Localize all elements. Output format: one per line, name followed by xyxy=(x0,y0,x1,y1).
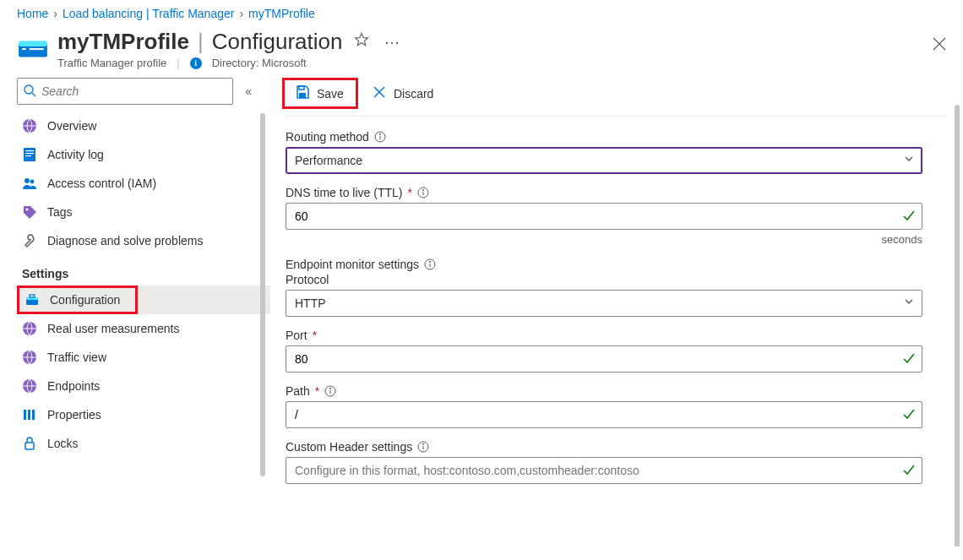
svg-marker-4 xyxy=(356,34,368,46)
globe-icon xyxy=(22,378,37,394)
routing-method-value: Performance xyxy=(295,154,362,167)
svg-point-36 xyxy=(422,189,423,190)
svg-rect-19 xyxy=(30,295,35,297)
save-label: Save xyxy=(317,87,344,101)
svg-point-7 xyxy=(24,85,33,94)
close-button[interactable] xyxy=(933,35,946,55)
sidebar-item-label: Endpoints xyxy=(47,379,100,393)
sidebar-item-endpoints[interactable]: Endpoints xyxy=(17,372,270,400)
sidebar-item-label: Activity log xyxy=(47,148,104,161)
title-separator: | xyxy=(198,29,204,55)
properties-icon xyxy=(22,407,37,422)
svg-point-39 xyxy=(429,261,430,262)
search-input[interactable] xyxy=(17,78,233,105)
field-routing-method: Routing method Performance xyxy=(286,130,922,174)
sidebar-scrollbar[interactable] xyxy=(260,113,265,476)
sidebar-item-traffic-view[interactable]: Traffic view xyxy=(17,343,270,372)
globe-icon xyxy=(22,321,37,336)
endpoint-monitor-label: Endpoint monitor settings xyxy=(286,258,419,271)
main-scrollbar[interactable] xyxy=(955,105,960,546)
discard-button[interactable]: Discard xyxy=(367,83,438,104)
sidebar-item-overview[interactable]: Overview xyxy=(17,111,270,140)
sidebar-item-properties[interactable]: Properties xyxy=(17,400,270,429)
sidebar-item-locks[interactable]: Locks xyxy=(17,429,270,458)
breadcrumb-home[interactable]: Home xyxy=(17,7,48,20)
breadcrumb-profile[interactable]: myTMProfile xyxy=(248,7,315,20)
custom-header-input[interactable] xyxy=(286,457,922,484)
sidebar-item-tags[interactable]: Tags xyxy=(17,198,270,226)
check-icon xyxy=(902,351,916,367)
toolbar: Save Discard xyxy=(286,71,946,117)
protocol-label: Protocol xyxy=(286,273,329,286)
info-icon: i xyxy=(190,57,202,69)
sidebar-item-diagnose[interactable]: Diagnose and solve problems xyxy=(17,226,270,255)
discard-icon xyxy=(372,84,387,102)
routing-method-label: Routing method xyxy=(286,130,369,144)
sidebar-item-label: Diagnose and solve problems xyxy=(47,234,203,247)
info-icon[interactable] xyxy=(424,258,436,270)
check-icon xyxy=(902,407,916,423)
globe-icon xyxy=(22,118,37,133)
breadcrumb: Home › Load balancing | Traffic Manager … xyxy=(0,0,963,20)
wrench-icon xyxy=(22,233,37,248)
protocol-select[interactable]: HTTP xyxy=(286,290,922,317)
port-label: Port xyxy=(286,329,307,342)
chevron-down-icon xyxy=(904,296,914,309)
path-input[interactable] xyxy=(286,401,922,428)
favorite-button[interactable] xyxy=(351,29,373,55)
search-icon xyxy=(23,84,36,100)
sidebar-item-access-control[interactable]: Access control (IAM) xyxy=(17,169,270,198)
page-section-title: Configuration xyxy=(212,29,343,55)
required-indicator: * xyxy=(407,186,411,199)
svg-rect-1 xyxy=(19,41,47,46)
discard-label: Discard xyxy=(394,87,433,101)
sidebar-item-label: Locks xyxy=(47,437,79,450)
protocol-value: HTTP xyxy=(295,296,326,310)
lock-icon xyxy=(22,436,37,451)
sidebar-search xyxy=(17,78,233,105)
svg-point-15 xyxy=(30,180,35,184)
tag-icon xyxy=(22,204,37,220)
svg-line-8 xyxy=(32,93,35,96)
required-indicator: * xyxy=(313,329,317,342)
svg-rect-13 xyxy=(25,155,31,156)
save-icon xyxy=(295,84,310,102)
svg-point-14 xyxy=(24,178,30,183)
svg-rect-28 xyxy=(299,93,306,98)
directory-label: Directory: Microsoft xyxy=(212,57,307,69)
info-icon[interactable] xyxy=(417,441,429,453)
breadcrumb-load-balancing[interactable]: Load balancing | Traffic Manager xyxy=(63,7,234,20)
check-icon xyxy=(902,209,916,225)
required-indicator: * xyxy=(315,384,319,398)
sidebar-item-label: Tags xyxy=(47,205,73,219)
toolbox-icon xyxy=(24,292,40,307)
field-path: Path * xyxy=(286,384,922,428)
field-custom-header: Custom Header settings xyxy=(286,440,922,484)
routing-method-select[interactable]: Performance xyxy=(286,147,922,174)
sidebar-item-label: Properties xyxy=(47,408,101,421)
chevron-down-icon xyxy=(904,154,914,166)
sidebar-item-configuration[interactable]: Configuration xyxy=(17,285,270,314)
info-icon[interactable] xyxy=(417,187,429,198)
page-title: myTMProfile xyxy=(57,29,189,55)
port-input[interactable] xyxy=(286,345,922,372)
field-port: Port * xyxy=(286,329,922,372)
svg-rect-23 xyxy=(24,410,26,420)
svg-rect-10 xyxy=(24,148,35,161)
save-button[interactable]: Save xyxy=(290,83,349,104)
svg-rect-26 xyxy=(25,443,34,449)
sidebar-item-activity-log[interactable]: Activity log xyxy=(17,140,270,169)
svg-rect-2 xyxy=(30,48,44,50)
globe-icon xyxy=(22,350,37,365)
info-icon[interactable] xyxy=(374,131,386,143)
more-button[interactable]: ⋯ xyxy=(381,30,403,55)
sidebar-item-label: Traffic view xyxy=(47,351,106,364)
sidebar-item-real-user-measurements[interactable]: Real user measurements xyxy=(17,314,270,343)
chevron-right-icon: › xyxy=(53,7,57,20)
sidebar-section-settings: Settings xyxy=(17,255,270,285)
info-icon[interactable] xyxy=(324,385,336,397)
chevron-right-icon: › xyxy=(239,7,243,20)
collapse-sidebar-button[interactable]: « xyxy=(242,81,255,101)
ttl-input[interactable] xyxy=(286,203,922,230)
ttl-label: DNS time to live (TTL) xyxy=(286,186,402,199)
